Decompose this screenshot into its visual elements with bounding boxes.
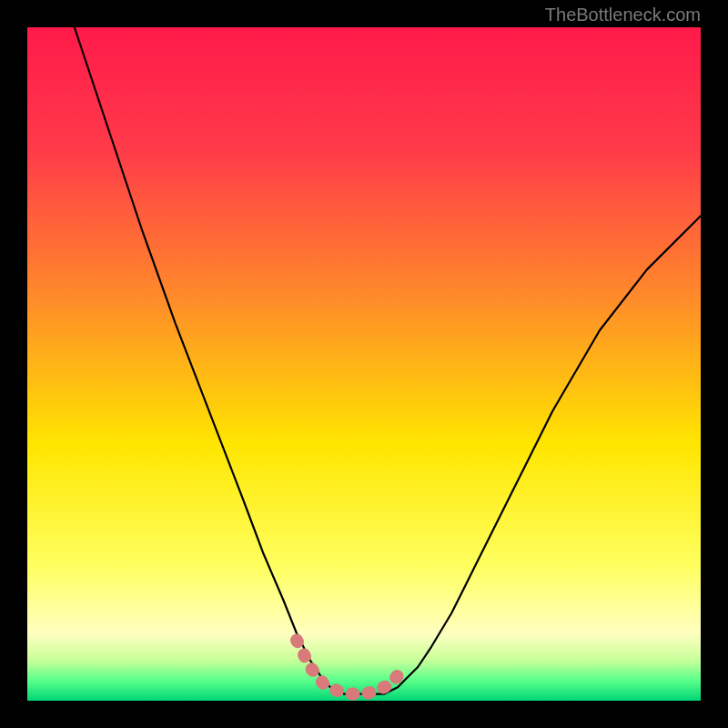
attribution-label: TheBottleneck.com <box>545 5 701 25</box>
gradient-background <box>27 27 701 701</box>
plot-area <box>27 27 701 701</box>
chart-svg <box>27 27 701 701</box>
chart-frame: TheBottleneck.com <box>0 0 728 728</box>
